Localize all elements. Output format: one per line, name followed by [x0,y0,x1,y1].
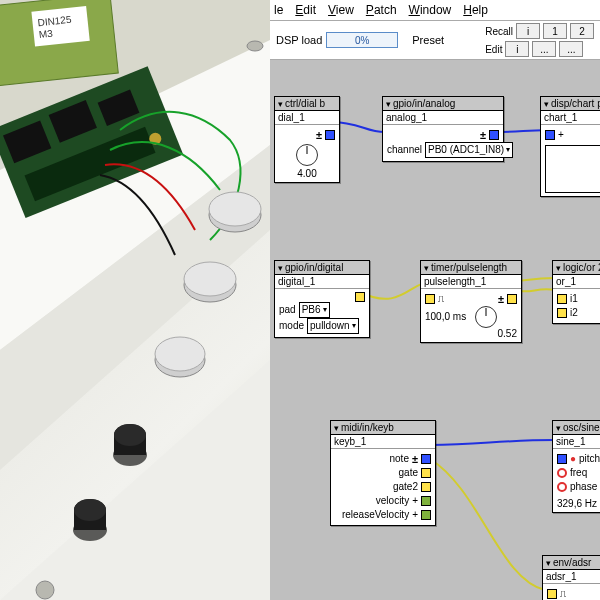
node-title: gpio/in/analog [383,97,503,111]
edit-i-button[interactable]: i [505,41,529,57]
outlet-gate[interactable] [421,468,431,478]
inlet-phase[interactable] [557,482,567,492]
outlet-gate2[interactable] [421,482,431,492]
inlet-i1[interactable] [557,294,567,304]
menu-view[interactable]: View [328,3,354,17]
i1-label: i1 [570,292,578,306]
node-sine[interactable]: osc/sine sine_1 ●pitch freq phase 329,6 … [552,420,600,513]
patcher-app: le Edit View Patch Window Help DSP load … [270,0,600,600]
mode-label: mode [279,319,304,333]
plus-icon: + [412,508,418,522]
freq-label: freq [570,466,587,480]
svg-point-29 [247,41,263,51]
outlet-port[interactable] [507,294,517,304]
outlet-port[interactable] [325,130,335,140]
recall-1-button[interactable]: 1 [543,23,567,39]
node-title: timer/pulselength [421,261,521,275]
plus-icon: + [412,494,418,508]
svg-point-27 [74,499,106,521]
node-adsr[interactable]: env/adsr adsr_1 ⎍ a 97,08 ms [542,555,600,600]
inlet-port[interactable] [545,130,555,140]
inlet-i2[interactable] [557,308,567,318]
pad-label: pad [279,303,296,317]
gate-label: gate [399,466,418,480]
node-instance: adsr_1 [543,570,600,584]
node-keyb[interactable]: midi/in/keyb keyb_1 note ± gate gate2 ve… [330,420,436,526]
inlet-port[interactable] [425,294,435,304]
velocity-label: velocity [376,494,409,508]
outlet-velocity[interactable] [421,496,431,506]
dot-icon: ● [570,452,576,466]
menu-window[interactable]: Window [409,3,452,17]
toolbar: DSP load 0% Preset Recall i 1 2 Edit i .… [270,21,600,60]
svg-point-28 [36,581,54,599]
menubar: le Edit View Patch Window Help [270,0,600,21]
node-dial[interactable]: ctrl/dial b dial_1 ± 4.00 [274,96,340,183]
dial-knob[interactable] [296,144,318,166]
note-label: note [389,452,408,466]
node-title: gpio/in/digital [275,261,369,275]
i2-label: i2 [570,306,578,320]
node-instance: dial_1 [275,111,339,125]
svg-point-15 [209,192,261,226]
menu-file[interactable]: le [274,3,283,17]
node-instance: or_1 [553,275,600,289]
preset-label: Preset [412,34,444,46]
inlet-freq[interactable] [557,468,567,478]
inlet-gate[interactable] [547,589,557,599]
gate2-label: gate2 [393,480,418,494]
menu-edit[interactable]: Edit [295,3,316,17]
menu-patch[interactable]: Patch [366,3,397,17]
edit-dots-button[interactable]: ... [532,41,556,57]
node-title: disp/chart p [541,97,600,111]
node-title: logic/or 2 [553,261,600,275]
rvelocity-label: releaseVelocity [342,508,409,522]
dial-value: 4.00 [279,168,335,179]
svg-point-19 [155,337,205,371]
node-title: midi/in/keyb [331,421,435,435]
pitch-label: pitch [579,452,600,466]
recall-label: Recall [485,26,513,37]
node-instance: pulselength_1 [421,275,521,289]
pulse-knob[interactable] [475,306,497,328]
dsp-label: DSP load [276,34,322,46]
channel-label: channel [387,143,422,157]
svg-point-23 [114,424,146,446]
pad-select[interactable]: PB6 [299,302,330,318]
svg-text:M3: M3 [38,28,53,40]
node-title: ctrl/dial b [275,97,339,111]
dsp-load-bar: 0% [326,32,398,48]
outlet-port[interactable] [489,130,499,140]
pulse-value: 0.52 [425,328,517,339]
mode-select[interactable]: pulldown [307,318,358,334]
pulse-time: 100,0 ms [425,310,466,324]
node-title: osc/sine [553,421,600,435]
node-instance: analog_1 [383,111,503,125]
recall-2-button[interactable]: 2 [570,23,594,39]
outlet-rvelocity[interactable] [421,510,431,520]
node-digital[interactable]: gpio/in/digital digital_1 padPB6 modepul… [274,260,370,338]
pulse-icon: ⎍ [560,587,566,600]
plus-icon: + [558,128,564,142]
sine-hz: 329,6 Hz [557,498,600,509]
plusminus-icon: ± [316,128,322,142]
recall-i-button[interactable]: i [516,23,540,39]
outlet-note[interactable] [421,454,431,464]
inlet-pitch[interactable] [557,454,567,464]
menu-help[interactable]: Help [463,3,488,17]
node-title: env/adsr [543,556,600,570]
node-chart[interactable]: disp/chart p chart_1 + [540,96,600,197]
node-instance: keyb_1 [331,435,435,449]
node-analog[interactable]: gpio/in/analog analog_1 ± channelPB0 (AD… [382,96,504,162]
outlet-port[interactable] [355,292,365,302]
node-pulselength[interactable]: timer/pulselength pulselength_1 ⎍± 100,0… [420,260,522,343]
edit-dots2-button[interactable]: ... [559,41,583,57]
plusminus-icon: ± [480,128,486,142]
edit-label: Edit [485,44,502,55]
channel-select[interactable]: PB0 (ADC1_IN8) [425,142,513,158]
node-or[interactable]: logic/or 2 or_1 i1 i2 [552,260,600,324]
node-instance: digital_1 [275,275,369,289]
hardware-photo: DIN125 M3 [0,0,270,600]
patch-canvas[interactable]: ctrl/dial b dial_1 ± 4.00 gpio/in/analog… [270,60,600,600]
phase-label: phase [570,480,597,494]
